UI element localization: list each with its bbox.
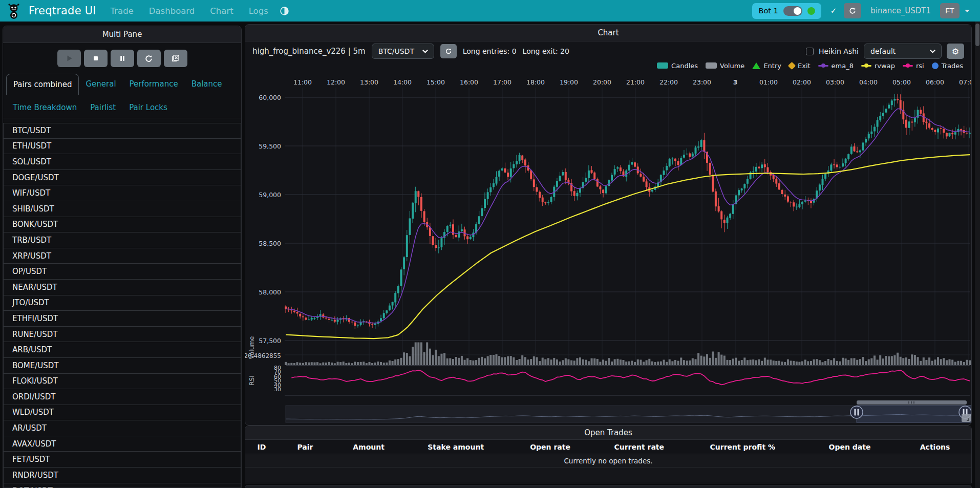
plot-config-value: default [870, 47, 896, 55]
refresh-button[interactable] [137, 50, 161, 67]
price-tick: 59,000 [259, 191, 281, 199]
nav-link-logs[interactable]: Logs [249, 6, 268, 16]
pair-row[interactable]: WLD/USDT [3, 405, 241, 421]
reload-bot-button[interactable] [844, 3, 861, 18]
ema-8-line [286, 109, 970, 323]
tab-general[interactable]: General [79, 74, 122, 95]
check-icon: ✓ [830, 6, 837, 15]
candlestick-chart[interactable]: 11:0012:0013:0014:0015:0016:0017:0018:00… [245, 71, 971, 426]
tab-pair-locks[interactable]: Pair Locks [122, 97, 174, 118]
app-title: Freqtrade UI [29, 5, 96, 17]
gear-icon: ⚙ [952, 47, 959, 56]
ema_8-swatch-icon [818, 65, 828, 67]
time-tick: 04:00 [859, 78, 878, 86]
tab-pairs-combined[interactable]: Pairs combined [6, 74, 79, 95]
nav-link-chart[interactable]: Chart [210, 6, 233, 16]
pair-row[interactable]: TRB/USDT [3, 232, 241, 248]
refresh-icon [445, 48, 452, 55]
freqtrade-logo-icon [6, 2, 22, 19]
plot-config-select[interactable]: default [864, 44, 942, 59]
scrollbar-thumb[interactable] [975, 24, 979, 46]
pair-row[interactable]: AR/USDT [3, 420, 241, 436]
pair-row[interactable]: SHIB/USDT [3, 201, 241, 217]
stop-button[interactable] [84, 50, 108, 67]
nav-link-dashboard[interactable]: Dashboard [149, 6, 195, 16]
pair-row[interactable]: OP/USDT [3, 264, 241, 280]
legend-item-exit[interactable]: Exit [789, 62, 811, 70]
time-tick: 05:00 [892, 78, 911, 86]
no-open-trades-message: Currently no open trades. [245, 454, 971, 468]
legend-item-entry[interactable]: Entry [752, 62, 781, 70]
tab-time-breakdown[interactable]: Time Breakdown [6, 97, 83, 118]
plot-settings-button[interactable]: ⚙ [947, 44, 964, 59]
time-tick: 22:00 [659, 78, 678, 86]
pair-row[interactable]: XRP/USDT [3, 248, 241, 264]
pair-row[interactable]: ARB/USDT [3, 342, 241, 358]
trades-swatch-icon [932, 62, 939, 69]
pair-row[interactable]: BOME/USDT [3, 358, 241, 374]
refresh-icon [848, 7, 857, 15]
pause-button[interactable] [111, 50, 134, 67]
nav-link-trade[interactable]: Trade [111, 6, 134, 16]
tab-performance[interactable]: Performance [123, 74, 185, 95]
legend-item-candles[interactable]: Candles [657, 62, 698, 70]
candles-layer [285, 94, 971, 329]
time-tick: 18:00 [526, 78, 545, 86]
pair-row[interactable]: RUNE/USDT [3, 327, 241, 343]
navigator-selection[interactable] [857, 406, 971, 422]
page-scrollbar[interactable] [975, 22, 980, 488]
pair-row[interactable]: WIF/USDT [3, 185, 241, 201]
open-trades-panel: Open Trades IDPairAmountStake amountOpen… [245, 426, 972, 483]
time-tick: 3 [733, 78, 738, 86]
multi-pane-panel: Multi Pane Pairs combinedGeneralPerforma… [3, 26, 242, 488]
time-tick: 15:00 [427, 78, 445, 86]
pair-row[interactable]: ETHFI/USDT [3, 311, 241, 327]
pair-row[interactable]: BONK/USDT [3, 217, 241, 233]
time-tick: 21:00 [626, 78, 645, 86]
pair-row[interactable]: FLOKI/USDT [3, 374, 241, 390]
column-header: ID [245, 443, 278, 451]
pair-row[interactable]: FET/USDT [3, 452, 241, 468]
pair-row[interactable]: SOL/USDT [3, 154, 241, 170]
pair-row[interactable]: NEAR/USDT [3, 280, 241, 295]
pair-row[interactable]: ETH/USDT [3, 139, 241, 155]
tab-pairlist[interactable]: Pairlist [83, 97, 122, 118]
legend-label: Entry [763, 62, 781, 70]
pair-row[interactable]: DOGE/USDT [3, 170, 241, 186]
legend-item-ema_8[interactable]: ema_8 [818, 62, 854, 70]
legend-item-volume[interactable]: Volume [706, 62, 744, 70]
resize-corner-handle[interactable] [962, 414, 971, 422]
pair-row[interactable]: AVAX/USDT [3, 436, 241, 452]
pair-row[interactable]: BTC/USDT [3, 123, 241, 139]
theme-toggle-icon[interactable] [280, 6, 289, 16]
exit-swatch-icon [788, 61, 796, 70]
bot-toggle[interactable] [783, 6, 802, 16]
bot-selector[interactable]: Bot 1 [752, 3, 821, 19]
open-trades-title: Open Trades [584, 428, 632, 437]
column-header: Open rate [506, 443, 593, 451]
pair-row[interactable]: ORDI/USDT [3, 389, 241, 405]
pane-tabs: Pairs combinedGeneralPerformanceBalanceT… [3, 74, 241, 118]
legend-label: ema_8 [832, 62, 854, 70]
pair-select[interactable]: BTC/USDT [372, 44, 434, 59]
remove-chart-button[interactable] [164, 50, 187, 67]
chart-navigator[interactable] [286, 400, 971, 422]
legend-item-rsi[interactable]: rsi [903, 62, 924, 70]
navigator-handle[interactable] [850, 406, 863, 418]
caret-down-icon[interactable] [965, 10, 970, 12]
legend-label: Trades [942, 62, 963, 70]
pair-row[interactable]: DOT/USDT [3, 483, 241, 488]
chart-panel: Chart high_frog_binance_v226 | 5m BTC/US… [245, 24, 972, 426]
legend-item-rvwap[interactable]: rvwap [861, 62, 895, 70]
user-menu-button[interactable]: FT [940, 3, 960, 18]
refresh-chart-button[interactable] [440, 44, 457, 58]
play-button[interactable] [57, 50, 81, 67]
tab-balance[interactable]: Balance [185, 74, 229, 95]
volume-bars [285, 343, 971, 366]
heikin-ashi-checkbox[interactable] [806, 48, 814, 55]
main-nav: TradeDashboardChartLogs [111, 6, 268, 16]
legend-label: Exit [798, 62, 811, 70]
pair-row[interactable]: JTO/USDT [3, 295, 241, 311]
legend-item-trades[interactable]: Trades [932, 62, 963, 70]
pair-row[interactable]: RNDR/USDT [3, 468, 241, 483]
